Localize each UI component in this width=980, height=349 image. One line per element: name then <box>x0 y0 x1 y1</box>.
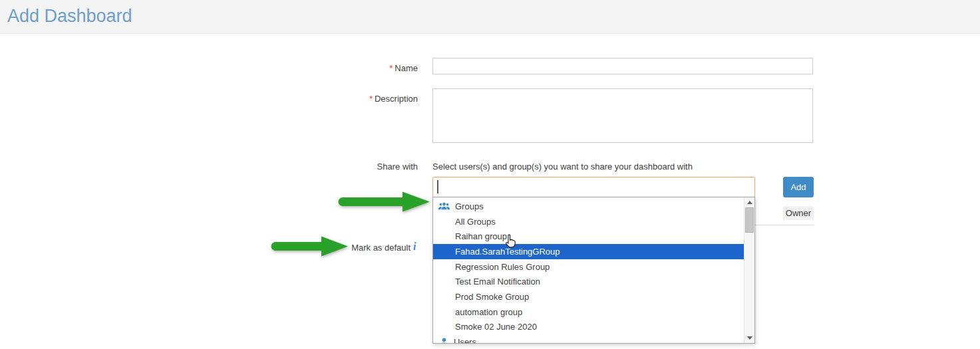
users-group-icon <box>438 202 450 211</box>
user-icon <box>438 338 448 343</box>
share-suggestions-dropdown: Groups All Groups Raihan group Fahad.Sar… <box>432 197 755 344</box>
owner-table-divider <box>755 225 814 225</box>
list-item[interactable]: Test Email Notification <box>433 274 744 289</box>
owner-column-header: Owner <box>783 206 814 220</box>
scrollbar-thumb[interactable] <box>745 207 754 233</box>
info-icon[interactable]: i <box>413 241 416 253</box>
share-search-input[interactable] <box>432 177 755 197</box>
group-section-label: Groups <box>455 201 484 211</box>
scroll-up-icon[interactable] <box>744 197 754 207</box>
list-item[interactable]: All Groups <box>433 214 744 229</box>
list-item[interactable]: Raihan group <box>433 229 744 244</box>
add-button[interactable]: Add <box>783 177 814 197</box>
suggestion-list: Groups All Groups Raihan group Fahad.Sar… <box>433 197 744 343</box>
name-label-text: Name <box>395 63 418 73</box>
list-item[interactable]: Regression Rules Group <box>433 259 744 275</box>
required-marker: * <box>369 94 373 104</box>
description-textarea[interactable] <box>432 88 813 143</box>
add-dashboard-page: Add Dashboard *Name *Description Share w… <box>0 0 980 349</box>
mark-as-default-label: Mark as default <box>351 243 410 253</box>
list-item-selected[interactable]: Fahad.SarahTestingGRoup <box>433 244 744 259</box>
share-with-helper: Select users(s) and group(s) you want to… <box>432 162 693 172</box>
list-item[interactable]: automation group <box>433 304 744 320</box>
description-label: *Description <box>369 94 418 104</box>
user-section-header: Users <box>433 334 744 343</box>
page-header: Add Dashboard <box>0 0 980 34</box>
dropdown-scrollbar[interactable] <box>744 197 754 343</box>
name-input[interactable] <box>432 58 813 74</box>
list-item[interactable]: Prod Smoke Group <box>433 289 744 304</box>
share-with-label: Share with <box>377 162 418 172</box>
scroll-down-icon[interactable] <box>744 333 754 343</box>
name-label: *Name <box>389 63 418 73</box>
description-label-text: Description <box>375 94 418 104</box>
list-item[interactable]: Smoke 02 June 2020 <box>433 320 744 335</box>
page-title: Add Dashboard <box>7 6 132 27</box>
green-arrow-icon-groups <box>336 191 431 213</box>
text-caret <box>437 180 438 193</box>
user-section-label: Users <box>454 337 476 343</box>
required-marker: * <box>389 63 393 73</box>
green-arrow-icon-mark-default <box>269 235 349 257</box>
group-section-header: Groups <box>433 199 744 214</box>
